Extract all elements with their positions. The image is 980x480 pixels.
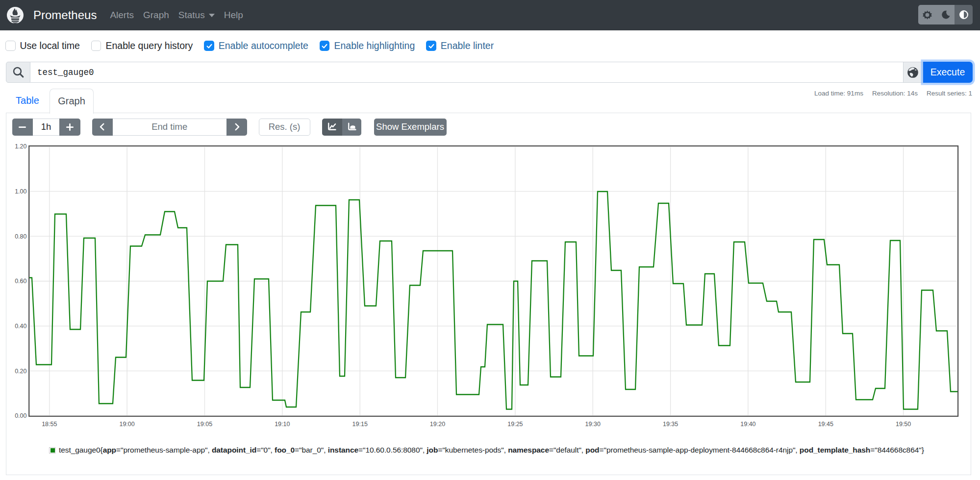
svg-text:0.80: 0.80 <box>15 233 26 240</box>
svg-text:0.20: 0.20 <box>15 368 26 375</box>
svg-text:0.00: 0.00 <box>15 412 26 419</box>
svg-text:1.20: 1.20 <box>15 143 26 150</box>
svg-text:19:05: 19:05 <box>197 421 212 428</box>
svg-text:18:55: 18:55 <box>42 421 57 428</box>
svg-text:19:40: 19:40 <box>740 421 755 428</box>
svg-text:0.60: 0.60 <box>15 278 26 285</box>
svg-text:19:25: 19:25 <box>507 421 523 428</box>
svg-text:19:15: 19:15 <box>352 421 368 428</box>
svg-text:19:30: 19:30 <box>585 421 601 428</box>
svg-text:19:10: 19:10 <box>275 421 290 428</box>
svg-text:19:45: 19:45 <box>818 421 833 428</box>
svg-text:19:50: 19:50 <box>896 421 911 428</box>
svg-text:1.00: 1.00 <box>15 188 26 195</box>
svg-text:19:20: 19:20 <box>430 421 445 428</box>
svg-text:19:35: 19:35 <box>663 421 678 428</box>
svg-text:0.40: 0.40 <box>15 323 26 330</box>
svg-text:19:00: 19:00 <box>119 421 134 428</box>
